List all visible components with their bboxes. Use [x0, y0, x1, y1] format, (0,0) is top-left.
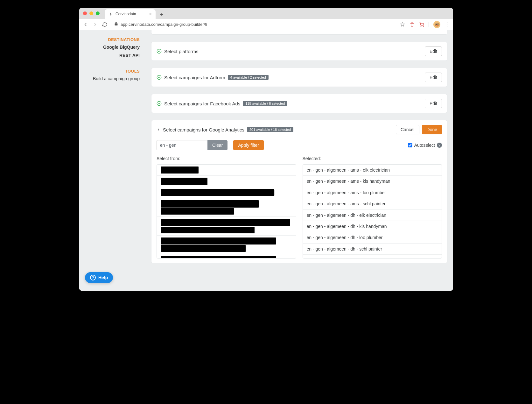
svg-point-1 [423, 26, 424, 26]
clear-button[interactable]: Clear [207, 140, 228, 150]
lock-icon [114, 22, 118, 27]
menu-icon[interactable]: ⋮ [444, 21, 450, 28]
done-button[interactable]: Done [422, 125, 442, 134]
window-controls [83, 11, 100, 15]
check-icon [157, 49, 162, 54]
url-box[interactable]: app.cervinodata.com/campaign-group-build… [111, 22, 396, 27]
card-previous-cut [151, 30, 447, 35]
fullscreen-window-button[interactable] [96, 11, 100, 15]
list-item[interactable]: ███████████████████████████████(████████… [157, 198, 296, 217]
address-bar: app.cervinodata.com/campaign-group-build… [79, 19, 453, 30]
list-item[interactable]: en - gen - algemeen - dh - kls handyman [303, 221, 442, 232]
sidebar-item-bigquery[interactable]: Google BigQuery [79, 45, 140, 50]
list-item[interactable]: en - gen - algemeen - dh - elk electrici… [303, 210, 442, 221]
help-icon[interactable]: ? [437, 143, 442, 148]
forward-button[interactable] [92, 21, 98, 28]
cart-icon[interactable] [419, 22, 424, 27]
source-column: Select from: ████████████b██████████████… [157, 156, 296, 259]
svg-point-3 [157, 75, 161, 79]
list-item[interactable]: en - gen - algemeen - ams - loo plumber [303, 187, 442, 198]
close-tab-icon[interactable]: × [149, 11, 152, 17]
autoselect-toggle[interactable]: Autoselect ? [408, 143, 442, 148]
url-text: app.cervinodata.com/campaign-group-build… [121, 22, 207, 27]
selected-list: en - gen - algemeen - ams - elk electric… [303, 164, 442, 259]
filter-input[interactable] [157, 140, 207, 150]
card-platforms: Select platforms Edit [151, 42, 447, 61]
trash-icon[interactable] [409, 22, 415, 27]
sidebar-heading-destinations: DESTINATIONS [79, 37, 140, 42]
svg-point-4 [157, 101, 161, 105]
selected-column: Selected: en - gen - algemeen - ams - el… [303, 156, 442, 259]
card-adform: Select campaigns for Adform 4 available … [151, 68, 447, 87]
sidebar-heading-tools: TOOLS [79, 69, 140, 74]
svg-point-0 [421, 26, 421, 26]
main-content: Select platforms Edit Select campaigns f… [145, 30, 453, 291]
edit-button[interactable]: Edit [425, 99, 442, 108]
svg-point-2 [157, 49, 161, 53]
source-label: Select from: [157, 156, 296, 161]
bolt-icon [108, 12, 113, 16]
list-item[interactable]: en - gen - algemeen - ams - elk electric… [303, 165, 442, 176]
cancel-button[interactable]: Cancel [396, 125, 419, 134]
help-icon: ? [90, 275, 96, 280]
list-item[interactable]: en - gen - algemeen - dh - loo plumber [303, 232, 442, 243]
list-item[interactable]: c████████████████████████████████ (█-█)(… [157, 254, 296, 259]
tab-title: Cervinodata [116, 12, 136, 16]
selected-label: Selected: [303, 156, 442, 161]
filter-row: Clear Apply filter Autoselect ? [157, 140, 442, 150]
filter-input-group: Clear [157, 140, 228, 150]
minimize-window-button[interactable] [89, 11, 93, 15]
list-item[interactable]: en - gen - algemeen - dh - schl painter [303, 244, 442, 255]
chevron-right-icon [157, 127, 160, 132]
app-body: DESTINATIONS Google BigQuery REST API TO… [79, 30, 453, 291]
close-window-button[interactable] [83, 11, 87, 15]
sidebar-item-build-campaign-group[interactable]: Build a campaign group [79, 76, 140, 81]
list-item[interactable]: ████████████ [157, 165, 296, 176]
help-fab[interactable]: ? Help [85, 272, 113, 283]
check-icon [157, 101, 162, 106]
card-facebook: Select campaigns for Facebook Ads 118 av… [151, 94, 447, 113]
dual-list: Select from: ████████████b██████████████… [157, 156, 442, 259]
count-badge: 201 available / 16 selected [247, 127, 293, 132]
list-item[interactable]: en - gen - locatie - ams - elk electrici… [303, 255, 442, 259]
list-item[interactable]: c████████████████████████████████ (█-█)(… [157, 236, 296, 254]
list-item[interactable]: en - gen - algemeen - ams - schl painter [303, 198, 442, 209]
list-item[interactable]: b██████████████ [157, 176, 296, 187]
autoselect-label: Autoselect [414, 143, 435, 148]
tab-strip: Cervinodata × + [105, 8, 166, 19]
apply-filter-button[interactable]: Apply filter [233, 140, 263, 150]
avatar-icon[interactable]: 🐵 [433, 21, 440, 28]
card-title: Select campaigns for Adform [164, 75, 225, 80]
list-item[interactable]: ████████████████████████████████████ (██… [157, 217, 296, 235]
titlebar: Cervinodata × + [79, 8, 453, 19]
list-item[interactable]: en - gen - algemeen - ams - kls handyman [303, 176, 442, 187]
star-icon[interactable] [400, 22, 405, 27]
card-title: Select campaigns for Google Analytics [163, 127, 244, 132]
browser-window: Cervinodata × + app.cervinodata.com/camp… [79, 8, 453, 291]
card-title: Select campaigns for Facebook Ads [164, 101, 240, 106]
edit-button[interactable]: Edit [425, 73, 442, 82]
count-badge: 118 available / 6 selected [243, 101, 287, 106]
toolbar-right: | 🐵 ⋮ [400, 21, 450, 28]
sidebar: DESTINATIONS Google BigQuery REST API TO… [79, 30, 145, 291]
list-item[interactable]: ████████████████████████████████████ [157, 187, 296, 198]
card-title: Select platforms [164, 49, 199, 54]
count-badge: 4 available / 2 selected [228, 75, 269, 80]
autoselect-checkbox[interactable] [408, 143, 412, 147]
reload-button[interactable] [102, 21, 108, 28]
new-tab-button[interactable]: + [158, 11, 166, 19]
edit-button[interactable]: Edit [425, 46, 442, 56]
card-google-analytics: Select campaigns for Google Analytics 20… [151, 120, 447, 263]
check-icon [157, 75, 162, 80]
sidebar-item-restapi[interactable]: REST API [79, 53, 140, 58]
help-label: Help [98, 275, 108, 280]
browser-tab[interactable]: Cervinodata × [105, 9, 156, 19]
back-button[interactable] [82, 21, 89, 28]
source-list: ████████████b███████████████████████████… [157, 164, 296, 259]
